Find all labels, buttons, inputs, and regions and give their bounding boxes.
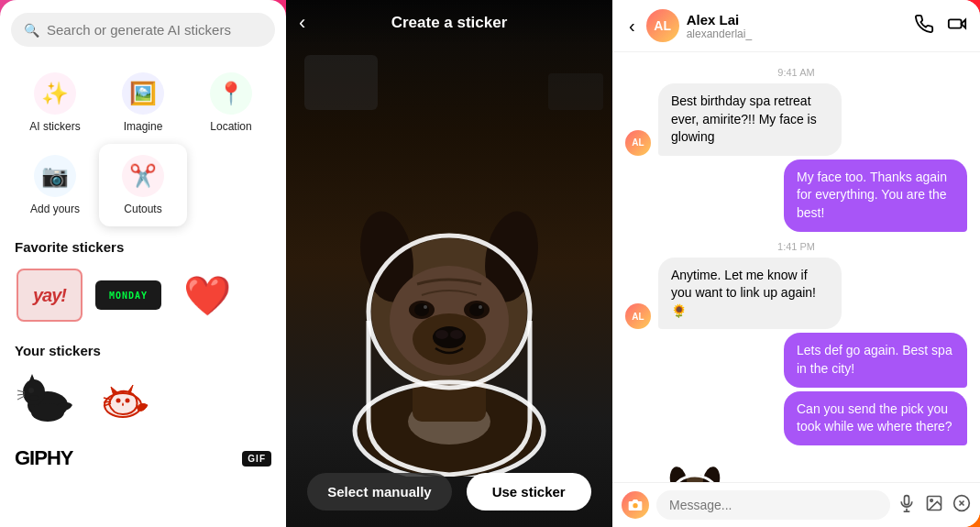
msg-avatar: AL — [625, 130, 651, 156]
close-button[interactable] — [952, 494, 971, 517]
sticker-black-cat[interactable] — [15, 369, 81, 428]
svg-point-28 — [424, 305, 427, 309]
sticker-monday[interactable]: MONDAY — [94, 266, 163, 324]
avatar: AL — [646, 9, 679, 42]
category-cutouts[interactable]: ✂️ Cutouts — [99, 144, 187, 226]
image-button[interactable] — [925, 494, 943, 517]
sticker-red-cat[interactable] — [90, 369, 156, 428]
svg-point-27 — [469, 303, 484, 316]
message-row: AL Anytime. Let me know if you want to l… — [625, 258, 967, 330]
giphy-section: GIPHY GIF — [0, 437, 286, 483]
svg-point-33 — [450, 330, 463, 339]
ai-stickers-icon: ✨ — [34, 72, 76, 115]
chat-messages: 9:41 AM AL Best birthday spa retreat eve… — [612, 52, 980, 482]
phone-button[interactable] — [914, 14, 934, 38]
timestamp-1: 9:41 AM — [625, 67, 967, 78]
dog-svg — [330, 137, 568, 477]
close-icon — [952, 494, 971, 512]
favorite-stickers-title: Favorite stickers — [0, 230, 286, 260]
svg-rect-36 — [949, 19, 962, 27]
svg-line-15 — [104, 401, 111, 402]
black-cat-svg — [16, 372, 80, 425]
dog-sticker-preview — [658, 460, 732, 482]
cutouts-label: Cutouts — [124, 203, 161, 215]
chat-header: ‹ AL Alex Lai alexanderlai_ — [612, 0, 980, 52]
sticker-panel: 🔍 ✨ AI stickers 🖼️ Imagine 📍 Location 📷 … — [0, 0, 286, 527]
monday-sticker-content: MONDAY — [95, 280, 161, 310]
svg-point-8 — [31, 403, 64, 422]
message-bubble: Lets def go again. Best spa in the city! — [784, 333, 967, 387]
location-label: Location — [210, 120, 251, 133]
chat-user-info: Alex Lai alexanderlai_ — [687, 12, 907, 40]
select-manually-button[interactable]: Select manually — [307, 473, 451, 511]
category-location[interactable]: 📍 Location — [187, 61, 275, 144]
bg-object-1 — [304, 55, 378, 110]
add-yours-icon: 📷 — [34, 155, 76, 197]
search-input[interactable] — [47, 22, 262, 38]
chat-panel: ‹ AL Alex Lai alexanderlai_ 9:41 AM AL — [612, 0, 980, 527]
category-ai-stickers[interactable]: ✨ AI stickers — [11, 61, 99, 144]
dog-sticker-svg — [658, 460, 732, 482]
image-icon — [925, 494, 943, 512]
your-stickers-title: Your stickers — [0, 334, 286, 364]
svg-point-32 — [435, 330, 448, 339]
message-row: My face too. Thanks again for everything… — [625, 159, 967, 232]
message-row: Can you send the pick you took while we … — [625, 391, 967, 445]
location-icon: 📍 — [210, 72, 252, 115]
input-actions — [897, 494, 971, 517]
dog-image-container — [330, 137, 568, 477]
camera-button[interactable] — [622, 491, 649, 519]
svg-rect-50 — [905, 495, 909, 504]
cutouts-icon: ✂️ — [122, 155, 164, 197]
message-bubble: Best birthday spa retreat ever, amirite?… — [658, 83, 842, 156]
svg-point-13 — [126, 399, 130, 403]
sticker-creator-bg: ‹ Create a sticker Select manually Use s… — [286, 0, 612, 527]
category-imagine[interactable]: 🖼️ Imagine — [99, 61, 187, 144]
create-sticker-header: ‹ Create a sticker — [286, 0, 612, 46]
camera-icon — [628, 498, 643, 512]
message-bubble: Can you send the pick you took while we … — [784, 391, 967, 445]
svg-point-49 — [633, 503, 637, 508]
category-add-yours[interactable]: 📷 Add yours — [11, 144, 99, 226]
add-yours-label: Add yours — [30, 203, 80, 215]
svg-marker-2 — [28, 374, 36, 383]
mic-icon — [897, 494, 916, 512]
create-sticker-panel: ‹ Create a sticker Select manually Use s… — [286, 0, 612, 527]
imagine-label: Imagine — [124, 120, 163, 133]
svg-point-25 — [414, 303, 429, 316]
msg-avatar: AL — [625, 303, 651, 329]
message-row: Lets def go again. Best spa in the city! — [625, 333, 967, 387]
sticker-yay[interactable]: yay! — [15, 266, 84, 324]
your-stickers-row — [0, 364, 286, 437]
chat-back-button[interactable]: ‹ — [625, 16, 639, 37]
sticker-categories: ✨ AI stickers 🖼️ Imagine 📍 Location 📷 Ad… — [0, 58, 286, 230]
giphy-logo: GIPHY — [15, 446, 72, 470]
yay-sticker-content: yay! — [17, 269, 83, 322]
mic-button[interactable] — [897, 494, 916, 517]
svg-line-7 — [17, 396, 25, 400]
phone-icon — [914, 14, 934, 34]
message-input[interactable] — [656, 490, 890, 520]
giphy-header: GIPHY GIF — [15, 446, 271, 470]
sticker-message-row: AL — [625, 460, 967, 482]
svg-point-4 — [29, 395, 39, 401]
back-button[interactable]: ‹ — [299, 11, 305, 35]
heart-sticker-content: ❤️ — [183, 273, 231, 318]
search-bar[interactable]: 🔍 — [11, 13, 275, 47]
red-cat-svg — [91, 372, 155, 425]
svg-point-3 — [28, 388, 34, 393]
search-icon: 🔍 — [24, 23, 39, 38]
chat-input-bar — [612, 482, 980, 527]
bg-object-2 — [548, 73, 603, 110]
imagine-icon: 🖼️ — [122, 72, 164, 115]
video-button[interactable] — [947, 14, 967, 38]
ai-stickers-label: AI stickers — [29, 120, 80, 133]
svg-point-1 — [23, 379, 45, 405]
sticker-heart[interactable]: ❤️ — [172, 266, 242, 324]
use-sticker-button[interactable]: Use sticker — [467, 473, 591, 511]
svg-point-54 — [930, 499, 933, 501]
video-icon — [947, 14, 967, 34]
svg-point-12 — [116, 399, 121, 403]
svg-point-29 — [479, 305, 482, 309]
message-bubble: Anytime. Let me know if you want to link… — [658, 258, 842, 330]
